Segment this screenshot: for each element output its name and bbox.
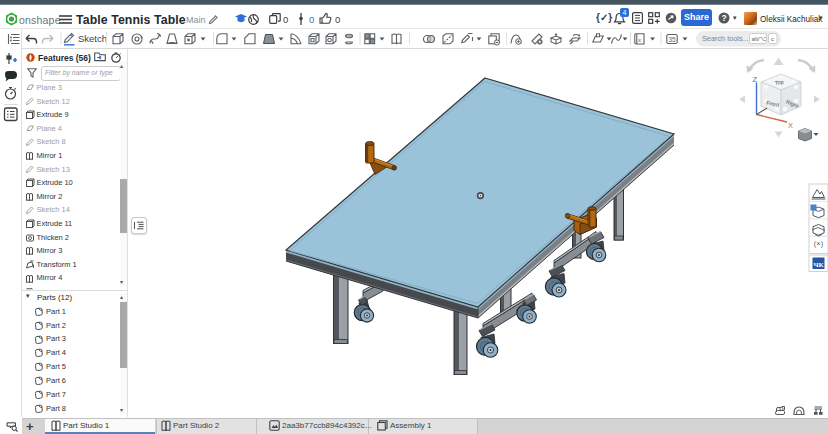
svg-text:Z: Z: [753, 75, 758, 84]
svg-text:X: X: [788, 121, 793, 130]
svg-text:35: 35: [668, 36, 676, 43]
svg-text:c: c: [771, 36, 774, 42]
svg-text:Top: Top: [774, 79, 784, 86]
svg-text:?: ?: [721, 13, 726, 23]
svg-text:(×): (×): [814, 239, 824, 248]
svg-text:Search tools...: Search tools...: [702, 34, 749, 43]
svg-text:alt/⌥: alt/⌥: [752, 36, 767, 42]
svg-text:x: x: [637, 36, 642, 44]
svg-text:Sketch: Sketch: [78, 33, 107, 44]
svg-text:ЧК: ЧК: [813, 261, 824, 269]
